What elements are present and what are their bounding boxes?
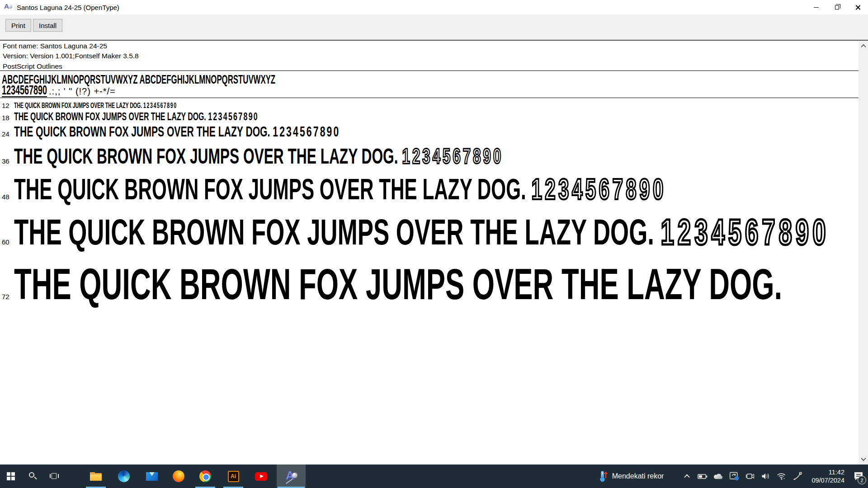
size-label-48: 48 <box>2 193 14 201</box>
chrome-icon <box>199 470 211 482</box>
firefox-icon <box>173 470 184 482</box>
size-label-18: 18 <box>2 114 14 122</box>
start-button[interactable] <box>0 465 22 488</box>
toolbar: Print Install <box>0 14 868 40</box>
fontview-taskbar-button[interactable]: A <box>277 465 306 488</box>
windows-logo-icon <box>7 472 15 480</box>
file-explorer-button[interactable] <box>85 465 107 488</box>
edge-button[interactable] <box>113 465 135 488</box>
illustrator-icon: Ai <box>228 471 239 482</box>
scroll-up-button[interactable] <box>859 42 868 51</box>
close-icon <box>855 5 861 10</box>
vertical-scrollbar[interactable] <box>859 41 868 465</box>
fontview-icon: A <box>285 470 297 483</box>
file-explorer-icon <box>90 472 102 481</box>
fontview-app-icon: A <box>4 3 12 11</box>
size-label-24: 24 <box>2 130 14 138</box>
chevron-up-icon <box>861 44 866 49</box>
fontview-window: A Santos Laguna 24-25 (OpenType) Print I… <box>0 0 868 465</box>
wifi-icon[interactable] <box>777 470 787 482</box>
date: 09/07/2024 <box>811 476 844 484</box>
size-label-12: 12 <box>2 102 14 109</box>
news-weather-widget[interactable]: Mendekati rekor <box>593 465 670 488</box>
window-title: Santos Laguna 24-25 (OpenType) <box>17 4 119 11</box>
digits-sample-line: 1234567890 .:,; ' " (!?) +-*/= <box>2 82 116 97</box>
firefox-button[interactable] <box>168 465 189 488</box>
font-info: Font name: Santos Laguna 24-25 Version: … <box>3 41 139 71</box>
illustrator-button[interactable]: Ai <box>222 465 244 488</box>
size-label-72: 72 <box>2 293 14 300</box>
minimize-icon <box>814 7 819 8</box>
volume-icon[interactable] <box>761 470 771 482</box>
close-button[interactable] <box>847 0 868 14</box>
clock[interactable]: 11:42 09/07/2024 <box>809 468 847 484</box>
separator-2 <box>0 98 859 98</box>
print-button[interactable]: Print <box>5 19 31 32</box>
thermometer-icon <box>598 470 608 483</box>
digits-sample: 1234567890 <box>2 82 47 97</box>
task-view-icon <box>50 473 59 480</box>
notification-badge: 2 <box>858 476 866 484</box>
titlebar: A Santos Laguna 24-25 (OpenType) <box>0 0 868 14</box>
widget-headline: Mendekati rekor <box>612 472 664 480</box>
edge-icon <box>118 470 130 482</box>
youtube-icon <box>255 472 267 481</box>
size-label-60: 60 <box>2 238 14 246</box>
onedrive-icon[interactable] <box>713 470 723 482</box>
task-view-button[interactable] <box>43 465 65 488</box>
separator-1 <box>0 70 859 71</box>
sample-row-12pt: 12 THE QUICK BROWN FOX JUMPS OVER THE LA… <box>2 102 859 110</box>
time: 11:42 <box>811 468 844 476</box>
sample-row-24pt: 24 THE QUICK BROWN FOX JUMPS OVER THE LA… <box>2 123 859 140</box>
mail-icon <box>146 472 158 481</box>
battery-icon[interactable] <box>698 470 708 482</box>
taskbar: Ai A Mendekati rekor <box>0 465 868 488</box>
sample-row-18pt: 18 THE QUICK BROWN FOX JUMPS OVER THE LA… <box>2 110 859 123</box>
font-version-line: Version: Version 1.001;Fontself Maker 3.… <box>3 51 139 61</box>
font-outline-line: PostScript Outlines <box>3 61 139 71</box>
install-button[interactable]: Install <box>33 19 62 32</box>
font-name-line: Font name: Santos Laguna 24-25 <box>3 41 139 51</box>
sync-display-icon[interactable] <box>729 470 739 482</box>
chevron-up-icon <box>684 474 690 480</box>
restore-button[interactable] <box>826 0 847 14</box>
chevron-down-icon <box>861 456 866 461</box>
chrome-button[interactable] <box>194 465 216 488</box>
mail-button[interactable] <box>141 465 163 488</box>
sample-row-48pt: 48 THE QUICK BROWN FOX JUMPS OVER THE LA… <box>2 173 859 206</box>
scroll-down-button[interactable] <box>859 455 868 464</box>
action-center-button[interactable]: 2 <box>851 465 866 488</box>
sample-row-60pt: 60 THE QUICK BROWN FOX JUMPS OVER THE LA… <box>2 211 859 253</box>
restore-icon <box>835 5 839 9</box>
size-label-36: 36 <box>2 157 14 165</box>
youtube-button[interactable] <box>250 465 272 488</box>
sample-row-72pt: 72 THE QUICK BROWN FOX JUMPS OVER THE LA… <box>2 259 859 309</box>
hidden-icons-button[interactable] <box>682 470 692 482</box>
meet-now-icon[interactable] <box>745 470 755 482</box>
punctuation-sample: .:,; ' " (!?) +-*/= <box>49 86 116 96</box>
minimize-button[interactable] <box>806 0 826 14</box>
search-button[interactable] <box>22 465 43 488</box>
search-icon <box>28 472 37 481</box>
font-preview-area: Font name: Santos Laguna 24-25 Version: … <box>0 41 868 465</box>
sample-row-36pt: 36 THE QUICK BROWN FOX JUMPS OVER THE LA… <box>2 144 859 169</box>
pen-icon[interactable] <box>793 470 802 482</box>
